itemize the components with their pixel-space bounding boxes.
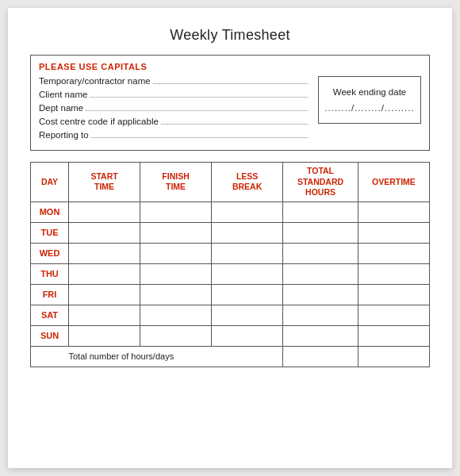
total-overtime-cell[interactable] [358, 346, 429, 367]
field-temp-name-dots [153, 83, 308, 84]
field-client-name-dots [90, 97, 308, 98]
total-cell[interactable] [283, 284, 358, 305]
table-row: THU [31, 263, 430, 284]
table-row: TUE [31, 222, 430, 243]
day-cell-tue: TUE [31, 222, 69, 243]
overtime-cell[interactable] [358, 284, 429, 305]
field-temp-name-label: Temporary/contractor name [39, 76, 151, 86]
start-cell[interactable] [69, 263, 140, 284]
finish-cell[interactable] [140, 202, 212, 222]
total-cell[interactable] [283, 263, 358, 284]
start-cell[interactable] [69, 243, 140, 263]
field-temp-name: Temporary/contractor name [39, 76, 310, 86]
table-row: MON [31, 202, 430, 222]
total-label: Total number of hours/days [31, 346, 212, 367]
break-cell[interactable] [212, 284, 283, 305]
finish-cell[interactable] [140, 325, 212, 346]
overtime-cell[interactable] [358, 202, 429, 222]
field-cost-centre: Cost centre code if applicable [39, 117, 310, 126]
col-header-start: STARTTIME [69, 163, 140, 202]
col-header-break: LESSBREAK [212, 163, 283, 202]
start-cell[interactable] [69, 222, 140, 243]
table-row: FRI [31, 284, 430, 305]
col-header-overtime: OVERTIME [358, 163, 429, 202]
day-cell-thu: THU [31, 263, 69, 284]
day-cell-sun: SUN [31, 325, 69, 346]
info-box: PLEASE USE CAPITALS Temporary/contractor… [30, 55, 430, 151]
total-cell[interactable] [283, 222, 358, 243]
week-ending-value: ......../......../......... [324, 103, 414, 113]
info-box-header: PLEASE USE CAPITALS [39, 62, 310, 71]
total-break-cell [212, 346, 283, 367]
field-reporting-to-label: Reporting to [39, 130, 89, 140]
total-cell[interactable] [283, 243, 358, 263]
finish-cell[interactable] [140, 284, 212, 305]
total-hours-cell[interactable] [283, 346, 358, 367]
week-ending-box: Week ending date ......../......../.....… [318, 76, 421, 124]
overtime-cell[interactable] [358, 243, 429, 263]
overtime-cell[interactable] [358, 222, 429, 243]
field-client-name: Client name [39, 90, 310, 99]
field-reporting-to-dots [91, 137, 308, 138]
day-cell-mon: MON [31, 202, 69, 222]
overtime-cell[interactable] [358, 305, 429, 325]
overtime-cell[interactable] [358, 263, 429, 284]
overtime-cell[interactable] [358, 325, 429, 346]
total-cell[interactable] [283, 305, 358, 325]
col-header-day: DAY [31, 163, 69, 202]
col-header-finish: FINISHTIME [140, 163, 212, 202]
field-cost-centre-label: Cost centre code if applicable [39, 117, 159, 126]
day-cell-sat: SAT [31, 305, 69, 325]
start-cell[interactable] [69, 202, 140, 222]
finish-cell[interactable] [140, 222, 212, 243]
break-cell[interactable] [212, 202, 283, 222]
day-cell-fri: FRI [31, 284, 69, 305]
info-fields: PLEASE USE CAPITALS Temporary/contractor… [39, 62, 310, 144]
field-dept-name-dots [86, 110, 308, 111]
break-cell[interactable] [212, 243, 283, 263]
day-cell-wed: WED [31, 243, 69, 263]
total-row: Total number of hours/days [31, 346, 430, 367]
start-cell[interactable] [69, 325, 140, 346]
field-dept-name-label: Dept name [39, 103, 83, 113]
total-cell[interactable] [283, 202, 358, 222]
field-client-name-label: Client name [39, 90, 87, 99]
break-cell[interactable] [212, 222, 283, 243]
table-row: SAT [31, 305, 430, 325]
table-row: SUN [31, 325, 430, 346]
finish-cell[interactable] [140, 243, 212, 263]
total-cell[interactable] [283, 325, 358, 346]
finish-cell[interactable] [140, 305, 212, 325]
start-cell[interactable] [69, 284, 140, 305]
page: Weekly Timesheet PLEASE USE CAPITALS Tem… [8, 8, 452, 468]
field-cost-centre-dots [161, 124, 308, 125]
break-cell[interactable] [212, 325, 283, 346]
break-cell[interactable] [212, 305, 283, 325]
table-row: WED [31, 243, 430, 263]
start-cell[interactable] [69, 305, 140, 325]
finish-cell[interactable] [140, 263, 212, 284]
table-header-row: DAY STARTTIME FINISHTIME LESSBREAK TOTAL… [31, 163, 430, 202]
break-cell[interactable] [212, 263, 283, 284]
week-ending-label: Week ending date [333, 87, 407, 97]
page-title: Weekly Timesheet [30, 27, 430, 44]
timesheet-table: DAY STARTTIME FINISHTIME LESSBREAK TOTAL… [30, 162, 430, 367]
field-dept-name: Dept name [39, 103, 310, 113]
field-reporting-to: Reporting to [39, 130, 310, 140]
col-header-total: TOTALSTANDARDHOURS [283, 163, 358, 202]
